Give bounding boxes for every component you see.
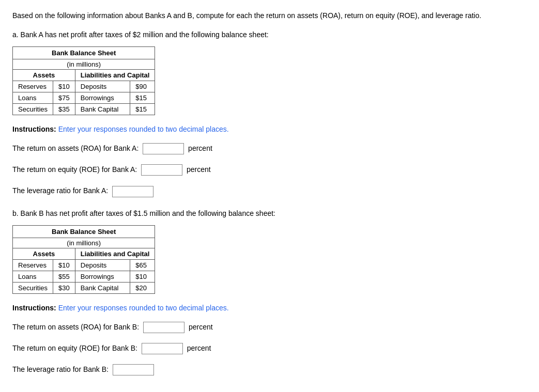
bank-a-asset-1-name: Loans — [13, 92, 53, 104]
bank-b-leverage-row: The leverage ratio for Bank B: — [12, 363, 527, 376]
bank-b-liability-1-name: Borrowings — [75, 271, 130, 282]
bank-a-asset-0-name: Reserves — [13, 81, 53, 92]
bank-b-assets-header: Assets — [13, 248, 75, 259]
bank-b-roe-label: The return on equity (ROE) for Bank B: — [12, 344, 137, 352]
bank-a-liability-2-value: $15 — [130, 104, 155, 115]
section-b-instructions-text: Enter your responses rounded to two deci… — [58, 304, 229, 312]
section-a-instructions-text: Enter your responses rounded to two deci… — [58, 125, 229, 133]
section-a-instructions: Instructions: Enter your responses round… — [12, 124, 527, 135]
bank-b-asset-2-name: Securities — [13, 282, 53, 293]
bank-a-leverage-input[interactable] — [112, 186, 153, 197]
bank-a-leverage-row: The leverage ratio for Bank A: — [12, 184, 527, 197]
section-a-instructions-label: Instructions: — [12, 125, 56, 133]
bank-a-asset-2-value: $35 — [53, 104, 75, 115]
bank-a-assets-header: Assets — [13, 70, 75, 81]
bank-b-liability-0-name: Deposits — [75, 259, 130, 271]
bank-a-roe-row: The return on equity (ROE) for Bank A: p… — [12, 163, 527, 176]
bank-b-liability-0-value: $65 — [130, 259, 155, 271]
bank-b-table-wrapper: Bank Balance Sheet (in millions) Assets … — [12, 225, 155, 294]
section-a-label: a. Bank A has net profit after taxes of … — [12, 29, 527, 40]
bank-b-leverage-label: The leverage ratio for Bank B: — [12, 365, 109, 373]
bank-b-roa-row: The return on assets (ROA) for Bank B: p… — [12, 321, 527, 334]
bank-a-table: Bank Balance Sheet (in millions) Assets … — [12, 46, 155, 115]
bank-a-table-title: Bank Balance Sheet — [13, 47, 155, 59]
intro-text: Based on the following information about… — [12, 10, 527, 21]
bank-a-liability-0-name: Deposits — [75, 81, 130, 92]
bank-a-asset-2-name: Securities — [13, 104, 53, 115]
bank-a-liability-2-name: Bank Capital — [75, 104, 130, 115]
bank-b-roe-input[interactable] — [142, 343, 183, 354]
bank-b-leverage-input[interactable] — [113, 364, 154, 375]
section-b-instructions: Instructions: Enter your responses round… — [12, 303, 527, 313]
bank-a-roa-label: The return on assets (ROA) for Bank A: — [12, 144, 138, 152]
bank-b-roa-input[interactable] — [143, 322, 184, 333]
bank-b-liability-2-name: Bank Capital — [75, 282, 130, 293]
bank-b-asset-1-value: $55 — [53, 271, 75, 282]
bank-a-roe-input[interactable] — [141, 164, 182, 176]
bank-a-roe-suffix: percent — [187, 165, 211, 174]
bank-b-roa-suffix: percent — [189, 323, 213, 331]
bank-b-liabilities-header: Liabilities and Capital — [75, 248, 155, 259]
bank-a-table-subtitle: (in millions) — [13, 59, 155, 70]
bank-a-liability-1-name: Borrowings — [75, 92, 130, 104]
bank-b-roe-suffix: percent — [187, 344, 211, 352]
bank-b-roa-label: The return on assets (ROA) for Bank B: — [12, 323, 139, 331]
bank-b-asset-0-value: $10 — [53, 259, 75, 271]
bank-b-roe-row: The return on equity (ROE) for Bank B: p… — [12, 342, 527, 355]
bank-b-table-subtitle: (in millions) — [13, 238, 155, 248]
bank-b-table-title: Bank Balance Sheet — [13, 225, 155, 238]
bank-a-roa-suffix: percent — [188, 144, 212, 152]
bank-a-liability-1-value: $15 — [130, 92, 155, 104]
bank-a-roa-row: The return on assets (ROA) for Bank A: p… — [12, 142, 527, 155]
bank-b-liability-2-value: $20 — [130, 282, 155, 293]
bank-b-asset-1-name: Loans — [13, 271, 53, 282]
bank-b-asset-0-name: Reserves — [13, 259, 53, 271]
bank-a-table-wrapper: Bank Balance Sheet (in millions) Assets … — [12, 46, 155, 115]
bank-a-liability-0-value: $90 — [130, 81, 155, 92]
section-b-label: b. Bank B has net profit after taxes of … — [12, 208, 527, 219]
bank-a-liabilities-header: Liabilities and Capital — [75, 70, 155, 81]
bank-b-table: Bank Balance Sheet (in millions) Assets … — [12, 225, 155, 294]
bank-a-roe-label: The return on equity (ROE) for Bank A: — [12, 165, 137, 174]
bank-a-asset-1-value: $75 — [53, 92, 75, 104]
bank-a-roa-input[interactable] — [143, 143, 184, 154]
bank-a-leverage-label: The leverage ratio for Bank A: — [12, 186, 108, 195]
bank-b-liability-1-value: $10 — [130, 271, 155, 282]
section-b-instructions-label: Instructions: — [12, 304, 56, 312]
bank-a-asset-0-value: $10 — [53, 81, 75, 92]
bank-b-asset-2-value: $30 — [53, 282, 75, 293]
